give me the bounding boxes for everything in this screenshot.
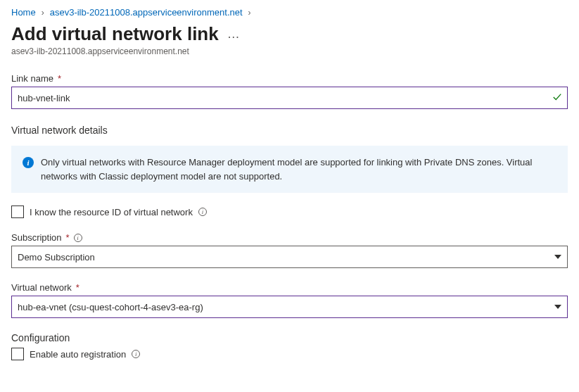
more-actions-button[interactable]: … xyxy=(227,27,241,42)
page-title: Add virtual network link xyxy=(11,23,219,45)
required-indicator: * xyxy=(58,73,61,84)
chevron-right-icon: › xyxy=(42,8,44,18)
required-indicator: * xyxy=(66,232,70,243)
section-heading-configuration: Configuration xyxy=(11,332,568,343)
link-name-label: Link name * xyxy=(11,73,568,84)
link-name-input[interactable] xyxy=(11,87,568,109)
enable-auto-registration-checkbox[interactable] xyxy=(11,348,24,360)
page-subtitle: asev3-ilb-20211008.appserviceenvironment… xyxy=(11,46,568,56)
field-virtual-network: Virtual network * hub-ea-vnet (csu-quest… xyxy=(11,282,568,318)
chevron-down-icon xyxy=(554,305,561,309)
know-resource-id-label: I know the resource ID of virtual networ… xyxy=(30,207,193,217)
chevron-right-icon: › xyxy=(248,8,251,18)
field-know-resource-id: I know the resource ID of virtual networ… xyxy=(11,206,568,218)
breadcrumb-resource[interactable]: asev3-ilb-20211008.appserviceenvironment… xyxy=(50,7,243,18)
info-icon[interactable]: i xyxy=(74,234,82,242)
section-heading-vnet-details: Virtual network details xyxy=(11,125,568,136)
chevron-down-icon xyxy=(554,255,561,259)
required-indicator: * xyxy=(76,282,79,293)
breadcrumb-home[interactable]: Home xyxy=(11,7,36,18)
info-icon[interactable]: i xyxy=(198,208,207,216)
virtual-network-value: hub-ea-vnet (csu-quest-cohort-4-asev3-ea… xyxy=(18,302,203,312)
info-icon: i xyxy=(23,157,34,168)
field-enable-auto-registration: Enable auto registration i xyxy=(11,348,568,360)
breadcrumb: Home › asev3-ilb-20211008.appserviceenvi… xyxy=(11,7,568,18)
info-icon[interactable]: i xyxy=(132,350,140,358)
info-banner: i Only virtual networks with Resource Ma… xyxy=(11,146,568,193)
page-title-row: Add virtual network link … xyxy=(11,23,568,45)
subscription-select[interactable]: Demo Subscription xyxy=(11,246,568,268)
info-banner-text: Only virtual networks with Resource Mana… xyxy=(41,156,556,183)
know-resource-id-checkbox[interactable] xyxy=(11,206,24,218)
subscription-value: Demo Subscription xyxy=(18,252,95,263)
subscription-label: Subscription * i xyxy=(11,232,568,243)
field-link-name: Link name * xyxy=(11,73,568,109)
enable-auto-registration-label: Enable auto registration xyxy=(30,349,126,360)
virtual-network-select[interactable]: hub-ea-vnet (csu-quest-cohort-4-asev3-ea… xyxy=(11,296,568,318)
virtual-network-label: Virtual network * xyxy=(11,282,568,293)
field-subscription: Subscription * i Demo Subscription xyxy=(11,232,568,268)
